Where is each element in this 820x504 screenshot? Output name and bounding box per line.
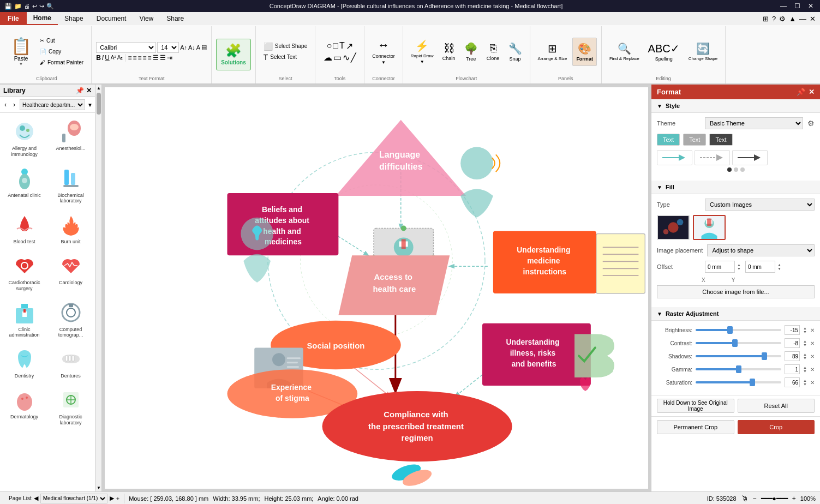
line-tool[interactable]: ╱ <box>351 52 356 63</box>
subscript-btn[interactable]: A₂ <box>117 55 123 61</box>
shadows-clear-icon[interactable]: ✕ <box>810 353 815 359</box>
find-replace-btn[interactable]: 🔍 Find & Replace <box>606 38 643 66</box>
library-dropdown[interactable]: Healthcare departm... <box>20 99 85 110</box>
format-header-controls[interactable]: 📌 ✕ <box>797 88 815 96</box>
zoom-slider[interactable]: ━━━●━━━ <box>761 495 788 502</box>
menu-home[interactable]: Home <box>27 12 58 25</box>
file-menu[interactable]: File <box>0 12 27 25</box>
change-shape-btn[interactable]: 🔄 Change Shape <box>685 38 721 66</box>
zoom-out-btn[interactable]: − <box>753 495 757 502</box>
copy-btn[interactable]: 📄Copy <box>37 47 87 57</box>
qat-zoom[interactable]: 🔍 <box>46 3 54 10</box>
canvas-vscrollbar[interactable]: ▲ ▼ <box>95 85 102 491</box>
menu-shape[interactable]: Shape <box>58 12 90 25</box>
up-icon[interactable]: ▲ <box>789 15 796 23</box>
arrange-size-btn[interactable]: ⊞ Arrange & Size <box>535 38 571 66</box>
offset-x-spinner[interactable]: ▲ ▼ <box>737 263 741 271</box>
canvas-area[interactable]: Language difficulties Beliefs and attitu… <box>102 85 651 491</box>
lib-item-allergy[interactable]: Allergy and immunology <box>2 115 46 160</box>
fill-type-select[interactable]: Custom Images <box>705 199 815 211</box>
contrast-slider[interactable] <box>696 342 781 344</box>
swatch-gray[interactable]: Text <box>683 134 706 146</box>
more-btn[interactable]: ≡ <box>148 54 152 62</box>
lib-item-cardiothoracic[interactable]: Cardiothoracic surgery <box>2 249 46 294</box>
grid-icon[interactable]: ⊞ <box>763 15 769 23</box>
lib-item-diagnostic[interactable]: Diagnostic laboratory <box>49 383 93 428</box>
arrow-sample-2[interactable] <box>695 150 730 165</box>
page-prev-btn[interactable]: ◀ <box>34 495 38 502</box>
snap-btn[interactable]: 🔧 Snap <box>505 38 525 66</box>
lib-item-computed[interactable]: Computed tomograp... <box>49 296 93 341</box>
offset-y-down[interactable]: ▼ <box>777 267 781 271</box>
lib-item-burn[interactable]: Burn unit <box>49 208 93 247</box>
lib-item-blood[interactable]: Blood test <box>2 208 46 247</box>
page-select[interactable]: Medical flowchart (1/1) <box>40 494 107 503</box>
fill-section-header[interactable]: ▼ Fill <box>651 181 820 194</box>
arrow-sample-3[interactable] <box>732 150 768 165</box>
hold-original-btn[interactable]: Hold Down to See Original Image <box>657 399 734 413</box>
lib-item-clinic-admin[interactable]: Clinic administration <box>2 296 46 341</box>
font-color-btn[interactable]: A <box>196 44 200 51</box>
library-close-icon[interactable]: ✕ <box>86 87 92 94</box>
gamma-slider[interactable] <box>696 368 781 370</box>
theme-settings-icon[interactable]: ⚙ <box>807 119 815 128</box>
library-controls[interactable]: 📌 ✕ <box>76 87 92 94</box>
numbering-btn[interactable]: ☰ <box>153 54 159 62</box>
swatch-teal[interactable]: Text <box>657 134 680 146</box>
bold-btn[interactable]: B <box>96 54 101 62</box>
qat-undo[interactable]: ↩ <box>32 3 37 10</box>
zoom-in-btn[interactable]: + <box>792 495 796 502</box>
superscript-btn[interactable]: A² <box>111 55 116 61</box>
cut-btn[interactable]: ✂Cut <box>37 36 87 46</box>
library-pin-icon[interactable]: 📌 <box>76 87 84 94</box>
offset-y-up[interactable]: ▲ <box>777 263 781 267</box>
saturation-slider[interactable] <box>696 381 781 383</box>
help-icon[interactable]: ? <box>772 15 776 23</box>
gamma-spinner[interactable]: ▲ ▼ <box>803 365 807 373</box>
image-placement-select[interactable]: Adjust to shape <box>707 244 815 256</box>
reset-all-btn[interactable]: Reset All <box>738 399 815 413</box>
close-btn[interactable]: ✕ <box>806 2 816 10</box>
list-btn[interactable]: ☰ <box>160 54 166 62</box>
spelling-btn[interactable]: ABC✓ Spelling <box>645 38 683 66</box>
connector-btn[interactable]: ↔ Connector ▼ <box>369 38 398 66</box>
brightness-slider[interactable] <box>696 329 781 331</box>
rapid-draw-btn[interactable]: ⚡ Rapid Draw ▼ <box>408 38 437 66</box>
shadows-spinner[interactable]: ▲ ▼ <box>803 352 807 360</box>
app-close-icon[interactable]: ✕ <box>810 15 816 23</box>
qat-open[interactable]: 📁 <box>14 3 22 10</box>
format-btn[interactable]: 🎨 Format <box>572 38 597 66</box>
chain-btn[interactable]: ⛓ Chain <box>439 38 459 66</box>
choose-image-btn[interactable]: Choose image from file... <box>657 285 815 298</box>
brightness-clear-icon[interactable]: ✕ <box>810 327 815 333</box>
library-next-btn[interactable]: › <box>11 100 17 110</box>
page-next-btn[interactable]: ▶ <box>110 495 114 502</box>
offset-y-spinner[interactable]: ▲ ▼ <box>777 263 781 271</box>
theme-select[interactable]: Basic Theme <box>705 117 803 129</box>
page-add-btn[interactable]: + <box>116 495 119 502</box>
swatch-dark[interactable]: Text <box>709 134 732 146</box>
offset-x-down[interactable]: ▼ <box>737 267 741 271</box>
arrow-sample-1[interactable] <box>657 150 692 165</box>
saturation-clear-icon[interactable]: ✕ <box>810 380 815 386</box>
saturation-spinner[interactable]: ▲ ▼ <box>803 379 807 386</box>
contrast-spinner[interactable]: ▲ ▼ <box>803 339 807 347</box>
shadows-slider[interactable] <box>696 355 781 357</box>
rect-tool[interactable]: □ <box>333 41 338 51</box>
font-grow-btn[interactable]: A↑ <box>180 44 187 51</box>
restore-btn[interactable]: ☐ <box>792 2 803 10</box>
font-shrink-btn[interactable]: A↓ <box>188 44 195 51</box>
lib-item-dermatology[interactable]: Dermatology <box>2 383 46 428</box>
img-thumb-2[interactable] <box>693 215 726 240</box>
raster-section-header[interactable]: ▼ Raster Adjustment <box>651 307 820 321</box>
curve-tool[interactable]: ∿ <box>343 52 350 63</box>
solutions-btn[interactable]: 🧩 Solutions <box>216 39 251 70</box>
select-text-btn[interactable]: T Select Text <box>260 52 311 62</box>
menu-share[interactable]: Share <box>160 12 190 25</box>
font-size-select[interactable]: 14 <box>157 42 179 53</box>
crop-btn[interactable]: Crop <box>738 420 815 434</box>
lib-item-cardiology[interactable]: Cardiology <box>49 249 93 294</box>
align-right-btn[interactable]: ≡ <box>138 54 142 62</box>
lib-item-biochemical[interactable]: Biochemical laboratory <box>49 162 93 207</box>
qat-area[interactable]: 💾 📁 🖨 ↩ ↪ 🔍 <box>4 3 54 10</box>
